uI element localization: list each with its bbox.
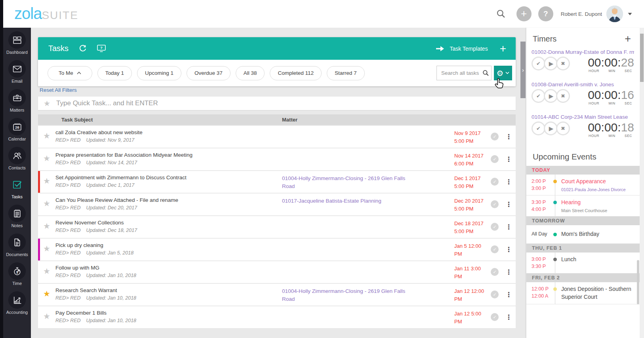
timer-complete-button[interactable]: ✔ xyxy=(532,89,545,103)
complete-check-icon[interactable]: ✓ xyxy=(491,200,499,208)
logo-primary: zola xyxy=(14,5,42,22)
row-menu-icon[interactable]: ⋮ xyxy=(505,268,512,276)
star-icon[interactable]: ★ xyxy=(43,244,50,253)
global-search-icon[interactable] xyxy=(496,9,506,19)
scrollbar-thumb[interactable] xyxy=(640,34,644,82)
help-monitor-icon[interactable]: ? xyxy=(97,44,106,53)
filter-pill-overdue[interactable]: Overdue 37 xyxy=(187,66,231,80)
complete-check-icon[interactable]: ✓ xyxy=(491,291,499,298)
complete-check-icon[interactable]: ✓ xyxy=(491,178,499,186)
user-name[interactable]: Robert E. Dupont xyxy=(561,11,602,17)
sidebar-item-contacts[interactable]: Contacts xyxy=(3,147,31,176)
sidebar-item-tasks[interactable]: Tasks xyxy=(3,176,31,205)
complete-check-icon[interactable]: ✓ xyxy=(491,268,499,276)
row-menu-icon[interactable]: ⋮ xyxy=(505,223,512,231)
event-item[interactable]: 3:00 P 3:30 P Lunch xyxy=(526,253,640,273)
timer-cancel-button[interactable]: ✖ xyxy=(556,57,570,70)
panel-collapse-handle[interactable]: › xyxy=(520,42,526,98)
timer-complete-button[interactable]: ✔ xyxy=(532,57,545,70)
sidebar-item-time[interactable]: $ Time xyxy=(3,262,31,291)
matter-link[interactable]: 01004-Holly Zimmermann-Closing - 2619 Gl… xyxy=(282,287,413,303)
arrow-right-icon[interactable] xyxy=(436,46,444,51)
complete-check-icon[interactable]: ✓ xyxy=(491,245,499,253)
star-icon[interactable]: ★ xyxy=(43,312,50,321)
task-row[interactable]: ★ Follow up with MG RED> REDUpdated: Jan… xyxy=(38,261,516,283)
task-row[interactable]: ★ Prepare presentation for Bar Associati… xyxy=(38,148,516,170)
filter-pill-to[interactable]: To Me xyxy=(48,66,92,80)
sidebar-item-email[interactable]: Email xyxy=(3,60,31,89)
main-content: Tasks ? Task Templates + To Me xyxy=(31,28,526,338)
row-menu-icon[interactable]: ⋮ xyxy=(505,313,512,321)
reset-all-filters-link[interactable]: Reset All Filters xyxy=(40,87,77,93)
complete-check-icon[interactable]: ✓ xyxy=(491,155,499,163)
task-row[interactable]: ★ Review Novemer Collections RED> REDUpd… xyxy=(38,216,516,238)
events-scrollbar-thumb[interactable] xyxy=(637,260,639,304)
complete-check-icon[interactable]: ✓ xyxy=(491,313,499,321)
task-row[interactable]: ★ Pay December 1 Bills RED> REDUpdated: … xyxy=(38,306,516,328)
global-add-button[interactable]: + xyxy=(516,6,532,21)
row-menu-icon[interactable]: ⋮ xyxy=(505,155,512,163)
add-task-button[interactable]: + xyxy=(500,43,506,54)
event-item[interactable]: 12:00 P 12:00 A Jones Deposition - South… xyxy=(526,282,640,304)
event-item[interactable]: 2:00 P 3:00 P Court Appearance 01021-Pau… xyxy=(526,175,640,196)
user-menu-caret-icon[interactable] xyxy=(628,13,632,15)
filter-pill-today[interactable]: Today 1 xyxy=(97,66,132,80)
task-settings-button[interactable]: ⚙ xyxy=(494,66,512,80)
star-icon[interactable]: ★ xyxy=(43,222,50,230)
task-row[interactable]: ★ Pick up dry cleaning RED> REDUpdated: … xyxy=(38,239,516,260)
matter-link[interactable]: 01017-Jacqueline Batista-Estate Planning xyxy=(282,197,413,205)
timer-matter-link[interactable]: 01002-Donna Murray-Estate of Donna F. rr… xyxy=(532,49,634,55)
timer-cancel-button[interactable]: ✖ xyxy=(556,122,570,135)
matter-link[interactable]: 01004-Holly Zimmermann-Closing - 2619 Gl… xyxy=(282,175,413,190)
star-icon[interactable]: ★ xyxy=(43,267,50,275)
task-row[interactable]: ★ call Zola Creative about new website R… xyxy=(38,126,516,148)
filter-pill-starred[interactable]: Starred 7 xyxy=(327,66,365,80)
row-menu-icon[interactable]: ⋮ xyxy=(505,245,512,254)
filter-pill-all[interactable]: All 38 xyxy=(236,66,265,80)
row-menu-icon[interactable]: ⋮ xyxy=(505,200,512,209)
task-search-input[interactable] xyxy=(440,70,482,76)
star-icon[interactable]: ★ xyxy=(43,177,50,185)
timer-cancel-button[interactable]: ✖ xyxy=(556,89,570,103)
task-row[interactable]: ★ Can You Please Review Attached - File … xyxy=(38,194,516,215)
global-help-button[interactable]: ? xyxy=(538,6,553,21)
user-avatar[interactable] xyxy=(606,6,623,22)
star-icon[interactable]: ★ xyxy=(43,289,50,298)
event-title: Mom's Birthday xyxy=(561,230,636,238)
timer-matter-link[interactable]: 01008-Darrel Averill-smith v. Jones xyxy=(532,82,634,87)
event-item[interactable]: All Day Mom's Birthday xyxy=(526,225,640,244)
star-icon[interactable]: ★ xyxy=(43,154,50,163)
event-groups: TODAY 2:00 P 3:00 P Court Appearance 010… xyxy=(526,166,640,304)
sidebar-item-dashboard[interactable]: Dashboard xyxy=(3,31,31,60)
task-row[interactable]: ★ Set Appointment with Zimmermann to Dis… xyxy=(38,171,516,193)
event-item[interactable]: 3:30 P 4:00 P Hearing Main Street Courth… xyxy=(526,196,640,216)
task-subject: call Zola Creative about new website xyxy=(55,129,143,135)
filter-pill-completed[interactable]: Completed 112 xyxy=(270,66,322,80)
star-icon[interactable]: ★ xyxy=(43,199,50,208)
timer-matter-link[interactable]: 01014-ABC Corp-234 Main Street Lease xyxy=(532,114,634,120)
row-menu-icon[interactable]: ⋮ xyxy=(505,133,512,141)
search-icon[interactable] xyxy=(482,69,490,77)
sidebar-item-matters[interactable]: Matters xyxy=(3,89,31,118)
sidebar-item-calendar[interactable]: 26 Calendar xyxy=(3,118,31,147)
zolasuite-logo[interactable]: zolaSUITE xyxy=(14,5,78,22)
row-menu-icon[interactable]: ⋮ xyxy=(505,291,512,299)
sidebar-item-notes[interactable]: Notes xyxy=(3,205,31,234)
task-templates-link[interactable]: Task Templates xyxy=(450,46,488,52)
complete-check-icon[interactable]: ✓ xyxy=(491,223,499,231)
complete-check-icon[interactable]: ✓ xyxy=(491,133,499,141)
add-timer-button[interactable]: + xyxy=(625,34,631,44)
sidebar-item-accounting[interactable]: Accounting xyxy=(3,291,31,320)
star-icon[interactable]: ★ xyxy=(43,131,50,140)
row-menu-icon[interactable]: ⋮ xyxy=(505,178,512,186)
timer-play-button[interactable]: ▶ xyxy=(544,89,558,103)
quick-task-input[interactable] xyxy=(55,99,516,108)
sidebar-item-documents[interactable]: Documents xyxy=(3,234,31,262)
filter-pill-upcoming[interactable]: Upcoming 1 xyxy=(137,66,181,80)
timer-play-button[interactable]: ▶ xyxy=(544,57,558,70)
window-scrollbar[interactable] xyxy=(640,28,644,338)
timer-complete-button[interactable]: ✔ xyxy=(532,122,545,135)
refresh-icon[interactable] xyxy=(78,44,87,53)
task-row[interactable]: ★ Research Search Warrant RED> REDUpdate… xyxy=(38,284,516,306)
timer-play-button[interactable]: ▶ xyxy=(544,122,558,135)
